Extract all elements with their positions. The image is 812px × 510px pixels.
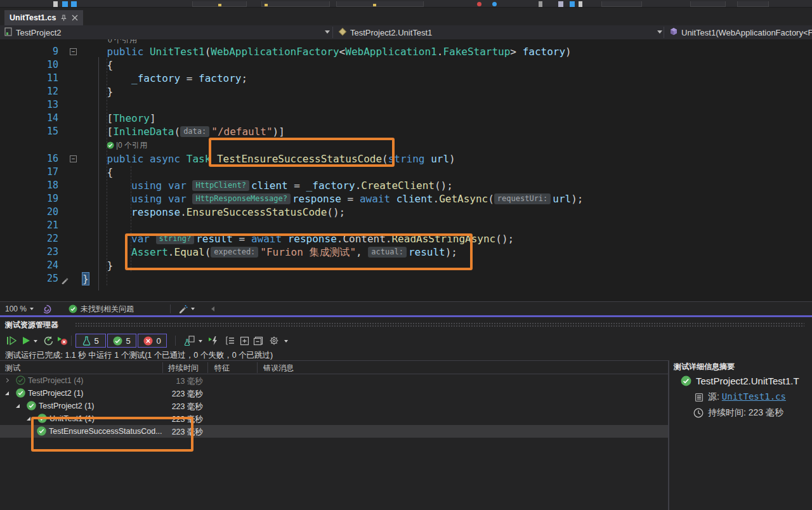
test-duration: 223 毫秒 [146, 389, 203, 400]
code-line-9[interactable]: 9− public UnitTest1(WebApplicationFactor… [0, 45, 812, 58]
toolbar-icon-blue-3[interactable] [492, 2, 497, 6]
nav-type-dropdown[interactable]: TestProject2.UnitTest1 [334, 25, 663, 39]
passed-icon [681, 376, 691, 386]
chevron-down-icon[interactable] [199, 340, 202, 343]
test-options-button[interactable] [183, 332, 197, 349]
details-test-name-row: TestProject2.UnitTest1.T [681, 376, 799, 386]
code-suggestions-icon[interactable] [42, 302, 51, 316]
codelens-references-partial[interactable]: 0 个引用 [0, 39, 812, 45]
nav-project-dropdown[interactable]: TestProject2 [0, 25, 331, 39]
code-line-10[interactable]: 10 { [0, 58, 812, 72]
nav-member-dropdown[interactable]: UnitTest1(WebApplicationFactory<F [665, 25, 812, 39]
run-test-button[interactable] [21, 332, 31, 349]
toolbar-icon-blue-1[interactable] [62, 1, 68, 7]
repeat-last-run-button[interactable] [42, 332, 55, 349]
collapse-arrow-icon[interactable] [27, 417, 30, 421]
problems-indicator[interactable]: 未找到相关问题 [69, 302, 134, 316]
toolbar-icon-red[interactable] [477, 2, 481, 6]
test-run-status: 测试运行已完成: 1.1 秒 中运行 1 个测试(1 个已通过，0 个失败，0 … [5, 350, 273, 361]
tab-unittest1[interactable]: UnitTest1.cs [4, 10, 83, 25]
test-row-2[interactable]: TestProject2 (1)223 毫秒 [0, 387, 668, 400]
code-line-14[interactable]: 14 [Theory] [0, 112, 812, 125]
test-row-1[interactable]: TestProject1 (4)13 毫秒 [0, 374, 668, 387]
code-line-17[interactable]: 17 { [0, 166, 812, 179]
test-row-3[interactable]: TestProject2 (1)223 毫秒 [0, 400, 668, 412]
chevron-down-icon[interactable] [284, 340, 288, 343]
toolbar-combo-6[interactable] [737, 1, 769, 7]
codelens-references[interactable]: |0 个引用 [0, 138, 812, 152]
code-line-19[interactable]: 19 using var HttpResponseMessage?respons… [0, 192, 812, 206]
hscroll-left-arrow[interactable] [210, 302, 215, 316]
zoom-control[interactable]: 100 % [5, 302, 34, 316]
document-icon[interactable] [53, 1, 58, 7]
chevron-down-icon[interactable] [325, 30, 330, 34]
column-error-message[interactable]: 错误消息 [263, 363, 294, 374]
toolbar-icon-gray-1[interactable] [539, 1, 542, 7]
badge-total-tests[interactable]: 5 [75, 334, 106, 348]
highlight-box-method-name [209, 138, 395, 167]
group-by-button[interactable] [223, 332, 236, 349]
test-duration: 223 毫秒 [146, 402, 203, 412]
column-traits[interactable]: 特征 [214, 363, 230, 374]
source-link[interactable]: UnitTest1.cs [722, 391, 786, 402]
source-label: 源: UnitTest1.cs [708, 391, 786, 403]
line-number: 14 [0, 112, 58, 125]
code-text: { [82, 166, 812, 179]
test-name: TestProject1 (4) [28, 376, 84, 385]
badge-passed-tests[interactable]: 5 [107, 334, 136, 348]
test-explorer-title: 测试资源管理器 [5, 320, 58, 330]
expand-arrow-icon[interactable] [5, 379, 8, 382]
column-test[interactable]: 测试 [5, 363, 20, 374]
toolbar-combo-4[interactable] [601, 1, 642, 7]
collapse-arrow-icon[interactable] [5, 391, 9, 395]
toolbar-dot-yellow-2 [265, 4, 268, 6]
details-source-row: 源: UnitTest1.cs [695, 391, 786, 403]
line-number: 11 [0, 72, 58, 85]
close-icon[interactable] [72, 15, 78, 21]
code-text: { [82, 58, 812, 72]
code-line-20[interactable]: 20 response.EnsureSuccessStatusCode(); [0, 206, 812, 219]
settings-gear-icon[interactable] [268, 332, 280, 349]
toolbar-combo-5[interactable] [690, 1, 726, 7]
code-line-21[interactable]: 21 [0, 219, 812, 232]
code-line-15[interactable]: 15 [InlineData(data:"/default")] [0, 125, 812, 138]
collapse-all-button[interactable] [252, 332, 265, 349]
chevron-down-icon[interactable] [34, 340, 37, 343]
code-cleanup-button[interactable] [178, 302, 195, 316]
code-line-12[interactable]: 12 } [0, 85, 812, 98]
toolbar-icon-gray-2[interactable] [558, 1, 563, 7]
line-number: 18 [0, 179, 58, 192]
expand-all-button[interactable] [238, 332, 251, 349]
chevron-down-icon[interactable] [657, 30, 662, 34]
tab-title: UnitTest1.cs [10, 13, 56, 22]
code-line-16[interactable]: 16− public async Task TestEnsureSuccessS… [0, 152, 812, 166]
details-title: 测试详细信息摘要 [674, 362, 735, 372]
code-line-25[interactable]: 25} [0, 272, 812, 285]
code-text: using var HttpResponseMessage?response =… [82, 192, 812, 206]
toolbar-combo-2[interactable] [261, 1, 330, 7]
clock-icon [693, 408, 704, 418]
toolbar-icon-blue-4[interactable] [570, 1, 575, 7]
test-details-pane: 测试详细信息摘要 TestProject2.UnitTest1.T 源: Uni… [669, 360, 812, 510]
code-line-13[interactable]: 13 [0, 98, 812, 112]
debug-lightning-button[interactable] [207, 332, 219, 349]
badge-failed-tests[interactable]: 0 [138, 334, 167, 348]
toolbar-combo-3[interactable] [336, 1, 424, 7]
collapse-arrow-icon[interactable] [16, 404, 20, 408]
panel-grip-texture[interactable] [75, 322, 804, 328]
cancel-run-button[interactable] [56, 332, 69, 349]
code-line-11[interactable]: 11 _factory = factory; [0, 72, 812, 85]
column-duration[interactable]: 持续时间 [168, 363, 199, 374]
line-number: 19 [0, 192, 58, 206]
pin-icon[interactable] [60, 15, 67, 22]
fold-marker[interactable]: − [70, 155, 77, 162]
line-number: 21 [0, 219, 58, 232]
toolbar-icon-blue-2[interactable] [71, 1, 77, 7]
run-all-tests-button[interactable] [5, 332, 18, 349]
line-number: 9 [0, 45, 58, 58]
fold-marker[interactable]: − [70, 48, 77, 55]
problems-text: 未找到相关问题 [81, 304, 134, 315]
code-line-18[interactable]: 18 using var HttpClient?client = _factor… [0, 179, 812, 192]
editor-tab-bar: UnitTest1.cs [0, 8, 812, 25]
toolbar-icon-gray-3[interactable] [579, 1, 582, 7]
